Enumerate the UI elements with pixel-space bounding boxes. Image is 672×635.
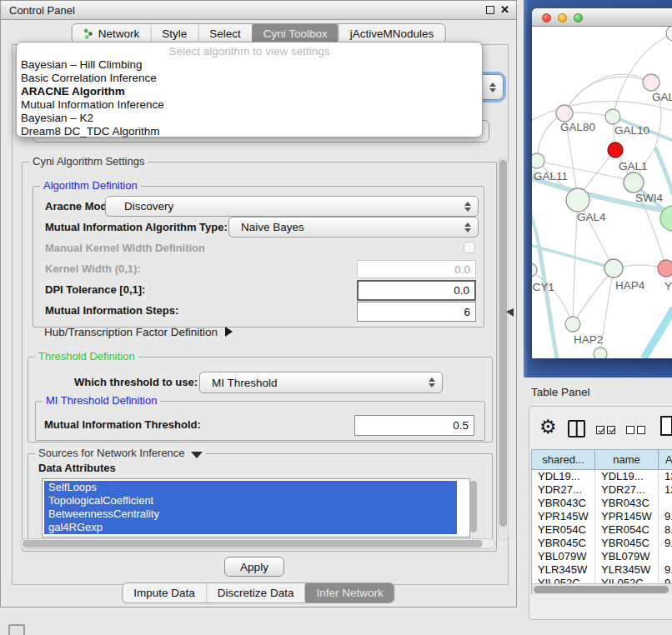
data-attributes-list[interactable]: SelfLoopsTopologicalCoefficientBetweenne… (42, 478, 470, 538)
attribute-item-selfloops[interactable]: SelfLoops (44, 481, 457, 494)
tab-infer-network[interactable]: Infer Network (304, 583, 394, 602)
manual-kernel-checkbox[interactable] (464, 242, 475, 253)
table-row[interactable]: YLR345WYLR345W9. (532, 563, 672, 577)
table-cell: YDL19... (595, 470, 659, 483)
table-row[interactable]: YPR145WYPR145W9. (532, 510, 672, 523)
table-horizontal-scrollbar[interactable] (532, 583, 672, 594)
which-threshold-select[interactable]: MI Threshold (199, 372, 443, 393)
minimized-panel-icon[interactable] (8, 624, 25, 635)
scrollbar-thumb[interactable] (23, 540, 483, 548)
settings-vertical-scrollbar[interactable] (498, 158, 509, 541)
table-row[interactable]: YDR27...YDR27...12 (532, 483, 672, 497)
attribute-item-topologicalcoefficient[interactable]: TopologicalCoefficient (44, 494, 457, 508)
network-canvas[interactable]: GALGAL80GAL10GAL1GAL11GAL4SWI4GCY1HAP4YH… (532, 27, 672, 358)
table-row[interactable]: YIL052CYIL052C9 (532, 577, 672, 583)
network-node-swi4[interactable] (624, 172, 644, 192)
network-node[interactable] (666, 27, 672, 41)
expand-right-icon[interactable] (225, 327, 233, 337)
attribute-item-betweennesscentrality[interactable]: BetweennessCentrality (44, 508, 457, 521)
dropdown-item-dream8-dc-tdc-algorithm[interactable]: Dream8 DC_TDC Algorithm (17, 125, 482, 138)
tab-cyni-toolbox[interactable]: Cyni Toolbox (252, 24, 339, 42)
minimize-traffic-light[interactable] (558, 13, 567, 22)
kernel-width-field[interactable]: 0.0 (357, 260, 476, 278)
table-cell (659, 550, 672, 563)
zoom-traffic-light[interactable] (574, 13, 583, 22)
table-rows[interactable]: YDL19...YDL19...13YDR27...YDR27...12YBR0… (532, 470, 672, 583)
tab-discretize-data[interactable]: Discretize Data (206, 583, 305, 602)
sources-group-title: Sources for Network Inference (35, 447, 206, 459)
threshold-definition-title: Threshold Definition (35, 350, 138, 362)
network-view-window[interactable]: GALGAL80GAL10GAL1GAL11GAL4SWI4GCY1HAP4YH… (532, 8, 672, 358)
node-label-gal11: GAL11 (534, 170, 568, 182)
table-cell: YDL19... (532, 470, 595, 483)
column-header-name[interactable]: name (595, 450, 659, 469)
close-traffic-light[interactable] (542, 13, 551, 22)
aracne-mode-select[interactable]: Discovery (105, 196, 479, 217)
mi-type-select[interactable]: Naive Bayes (228, 217, 479, 238)
threshold-definition-group: Threshold Definition Which threshold to … (28, 357, 493, 442)
mi-steps-field[interactable]: 6 (357, 302, 476, 322)
select-all-columns-icon[interactable] (596, 426, 615, 434)
collapse-down-icon[interactable] (191, 452, 203, 458)
dropdown-item-bayesian-k2[interactable]: Bayesian – K2 (17, 112, 482, 125)
scrollbar-thumb[interactable] (499, 160, 507, 527)
attributes-list-scrollbar[interactable] (469, 481, 477, 532)
table-cell: 9. (659, 510, 672, 523)
dropdown-item-mutual-information-inference[interactable]: Mutual Information Inference (17, 98, 482, 112)
network-tab-icon (83, 28, 94, 39)
network-node-gal[interactable] (643, 74, 659, 91)
table-row[interactable]: YDL19...YDL19...13 (532, 470, 672, 483)
network-node-y[interactable] (658, 260, 672, 277)
table-row[interactable]: YER054CYER054C8. (532, 523, 672, 537)
table-row[interactable]: YBR043CYBR043C (532, 497, 672, 510)
network-node-gal11[interactable] (532, 153, 544, 168)
table-row[interactable]: YBL079WYBL079W (532, 550, 672, 563)
table-row[interactable]: YBR045CYBR045C9. (532, 537, 672, 550)
desktop-background: GALGAL80GAL10GAL1GAL11GAL4SWI4GCY1HAP4YH… (524, 0, 672, 378)
control-panel-titlebar[interactable]: Control Panel ✕ (1, 1, 516, 20)
network-node-gal10[interactable] (605, 109, 620, 124)
which-threshold-value: MI Threshold (200, 377, 278, 389)
dropdown-item-aracne-algorithm[interactable]: ARACNE Algorithm (17, 85, 482, 98)
network-node-hap2[interactable] (565, 317, 580, 332)
float-window-icon[interactable] (486, 6, 494, 14)
dropdown-item-bayesian-hill-climbing[interactable]: Bayesian – Hill Climbing (17, 58, 482, 72)
scrollbar-thumb[interactable] (534, 586, 669, 593)
network-node-hap4[interactable] (604, 259, 623, 278)
settings-horizontal-scrollbar[interactable] (20, 538, 495, 549)
stepper-icon (464, 222, 471, 232)
apply-button[interactable]: Apply (224, 557, 284, 577)
tab-jactivemnodules[interactable]: jActiveMNodules (339, 24, 445, 42)
sources-group: Sources for Network Inference Data Attri… (28, 453, 493, 539)
network-node-gal80[interactable] (556, 105, 573, 122)
mi-threshold-value: 0.5 (453, 419, 469, 432)
network-node[interactable] (594, 348, 607, 358)
control-panel-tab-strip: NetworkStyleSelectCyni ToolboxjActiveMNo… (72, 23, 446, 43)
tab-style[interactable]: Style (150, 24, 198, 42)
split-columns-icon[interactable] (568, 420, 585, 438)
table-cell: YIL052C (532, 577, 595, 583)
attribute-item-gal4rgexp[interactable]: gal4RGexp (44, 521, 457, 534)
close-icon[interactable]: ✕ (500, 6, 509, 14)
hub-factor-expander[interactable]: Hub/Transcription Factor Definition (44, 326, 233, 338)
network-window-titlebar[interactable] (532, 8, 672, 27)
network-node-gal4[interactable] (566, 188, 589, 212)
deselect-all-columns-icon[interactable] (626, 426, 645, 434)
tab-select[interactable]: Select (198, 24, 252, 42)
gear-icon[interactable]: ⚙ (539, 416, 557, 438)
dropdown-item-basic-correlation-inference[interactable]: Basic Correlation Inference (17, 72, 482, 85)
mi-threshold-field[interactable]: 0.5 (354, 415, 474, 436)
network-edges-thick (532, 117, 672, 358)
table-cell: YBR043C (532, 497, 595, 510)
document-icon[interactable] (660, 416, 672, 436)
tab-impute-data[interactable]: Impute Data (123, 583, 206, 602)
network-node-gal1[interactable] (608, 142, 623, 158)
table-cell: YER054C (532, 523, 595, 537)
column-header-a[interactable]: A (659, 450, 672, 469)
dpi-tolerance-field[interactable]: 0.0 (357, 280, 476, 301)
table-panel-body: ⚙ shared...nameA YDL19...YDL19...13YDR27… (529, 406, 672, 620)
tab-network[interactable]: Network (73, 24, 151, 42)
column-header-shared[interactable]: shared... (532, 450, 595, 469)
table-cell: YPR145W (595, 510, 659, 523)
table-cell: YBR043C (595, 497, 659, 510)
